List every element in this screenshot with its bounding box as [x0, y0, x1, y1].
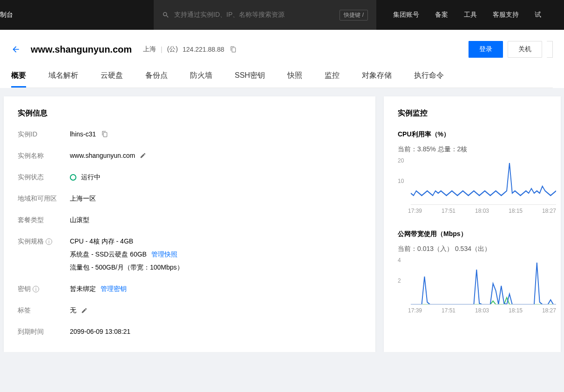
hotkey-badge: 快捷键 / [340, 10, 368, 20]
bw-metric-sub: 当前：0.013（入） 0.534（出） [398, 245, 556, 253]
manage-key-link[interactable]: 管理密钥 [101, 285, 127, 293]
search-placeholder: 支持通过实例ID、IP、名称等搜索资源 [174, 11, 336, 19]
tab-cos[interactable]: 对象存储 [362, 71, 392, 88]
instance-meta: 上海 | (公) 124.221.88.88 [143, 45, 237, 54]
ip-prefix: (公) [167, 45, 178, 54]
header-actions: 登录 关机 [469, 41, 553, 58]
tab-cbs[interactable]: 云硬盘 [101, 71, 123, 88]
ip-value: 124.221.88.88 [183, 46, 224, 53]
page-title: www.shangunyun.com [31, 44, 132, 55]
copy-id-icon[interactable] [102, 131, 108, 137]
row-zone: 地域和可用区 上海一区 [18, 195, 361, 203]
sub-header: www.shangunyun.com 上海 | (公) 124.221.88.8… [0, 30, 564, 88]
tab-sshkey[interactable]: SSH密钥 [235, 71, 265, 88]
main-content: 实例信息 实例ID lhins-c31 实例名称 www.shangunyun.… [0, 88, 564, 352]
label-status: 实例状态 [18, 173, 70, 182]
metric-bandwidth: 公网带宽使用（Mbps） 当前：0.013（入） 0.534（出） 4 2 17… [398, 230, 556, 314]
value-key: 暂未绑定 [70, 285, 96, 293]
label-key: 密钥 i [18, 285, 70, 293]
row-instance-name: 实例名称 www.shangunyun.com [18, 152, 361, 160]
tab-exec[interactable]: 执行命令 [414, 71, 444, 88]
monitor-panel: 实例监控 CPU利用率（%） 当前：3.85% 总量：2核 20 10 17:3… [384, 96, 561, 352]
value-instance-name: www.shangunyun.com [70, 152, 135, 159]
back-arrow-icon[interactable] [11, 45, 20, 54]
bw-metric-title: 公网带宽使用（Mbps） [398, 230, 556, 238]
meta-separator: | [161, 46, 163, 53]
value-spec-bw: 流量包 - 500GB/月（带宽：100Mbps） [70, 264, 183, 272]
label-plan: 套餐类型 [18, 216, 70, 224]
value-status: 运行中 [81, 173, 101, 182]
row-spec: 实例规格 i CPU - 4核 内存 - 4GB 系统盘 - SSD云硬盘 60… [18, 237, 361, 272]
tabs: 概要 域名解析 云硬盘 备份点 防火墙 SSH密钥 快照 监控 对象存储 执行命… [11, 71, 553, 88]
nav-link-support[interactable]: 客服支持 [493, 11, 519, 19]
label-tag: 标签 [18, 306, 70, 315]
row-key: 密钥 i 暂未绑定 管理密钥 [18, 285, 361, 293]
tab-firewall[interactable]: 防火墙 [190, 71, 212, 88]
label-spec: 实例规格 i [18, 237, 70, 246]
tab-snapshot[interactable]: 快照 [287, 71, 302, 88]
nav-link-account[interactable]: 集团账号 [393, 11, 419, 19]
bw-xaxis: 17:39 17:51 18:03 18:15 18:27 [398, 304, 556, 314]
monitor-panel-title: 实例监控 [398, 108, 556, 118]
more-actions-button[interactable] [547, 41, 553, 58]
bw-ytick-2: 2 [398, 277, 401, 284]
cpu-ytick-20: 20 [398, 157, 404, 164]
manage-snapshot-link[interactable]: 管理快照 [151, 250, 177, 259]
row-instance-id: 实例ID lhins-c31 [18, 130, 361, 139]
row-status: 实例状态 运行中 [18, 173, 361, 182]
status-running-icon [70, 174, 76, 181]
label-instance-id: 实例ID [18, 130, 70, 139]
tab-backup[interactable]: 备份点 [145, 71, 168, 88]
cpu-chart: 20 10 [398, 158, 556, 205]
tab-dns[interactable]: 域名解析 [48, 71, 78, 88]
value-spec-disk: 系统盘 - SSD云硬盘 60GB [70, 250, 147, 259]
edit-tag-icon[interactable] [81, 307, 88, 314]
value-zone: 上海一区 [70, 195, 96, 203]
copy-ip-icon[interactable] [230, 46, 237, 53]
search-icon [162, 11, 170, 19]
cpu-ytick-10: 10 [398, 178, 404, 184]
region-label: 上海 [143, 45, 156, 54]
metric-cpu: CPU利用率（%） 当前：3.85% 总量：2核 20 10 17:39 17:… [398, 130, 556, 214]
edit-name-icon[interactable] [140, 152, 146, 159]
instance-info-panel: 实例信息 实例ID lhins-c31 实例名称 www.shangunyun.… [4, 96, 375, 352]
label-expire: 到期时间 [18, 328, 70, 336]
instance-info-title: 实例信息 [18, 108, 361, 118]
row-plan: 套餐类型 山滚型 [18, 216, 361, 224]
top-nav-links: 集团账号 备案 工具 客服支持 试 [393, 11, 541, 19]
shutdown-button[interactable]: 关机 [508, 41, 542, 58]
tab-monitor[interactable]: 监控 [325, 71, 340, 88]
bw-chart: 4 2 [398, 258, 556, 304]
label-instance-name: 实例名称 [18, 152, 70, 160]
value-spec-cpu: CPU - 4核 内存 - 4GB [70, 237, 133, 246]
value-plan: 山滚型 [70, 216, 89, 224]
login-button[interactable]: 登录 [469, 41, 503, 58]
cpu-xaxis: 17:39 17:51 18:03 18:15 18:27 [398, 205, 556, 214]
console-label: 制台 [0, 11, 20, 19]
global-search[interactable]: 支持通过实例ID、IP、名称等搜索资源 快捷键 / [154, 0, 376, 30]
nav-link-icp[interactable]: 备案 [435, 11, 448, 19]
row-expire: 到期时间 2099-06-09 13:08:21 [18, 328, 361, 336]
top-bar: 制台 支持通过实例ID、IP、名称等搜索资源 快捷键 / 集团账号 备案 工具 … [0, 0, 564, 30]
spec-help-icon[interactable]: i [46, 238, 52, 245]
nav-link-try[interactable]: 试 [535, 11, 541, 19]
slash-icon: / [362, 12, 364, 18]
tab-overview[interactable]: 概要 [11, 71, 26, 88]
value-tag: 无 [70, 306, 76, 315]
value-expire: 2099-06-09 13:08:21 [70, 328, 130, 335]
row-tag: 标签 无 [18, 306, 361, 315]
label-zone: 地域和可用区 [18, 195, 70, 203]
key-help-icon[interactable]: i [33, 286, 39, 292]
cpu-metric-title: CPU利用率（%） [398, 130, 556, 139]
bw-ytick-4: 4 [398, 257, 401, 264]
nav-link-tools[interactable]: 工具 [464, 11, 477, 19]
value-instance-id: lhins-c31 [70, 130, 96, 138]
cpu-metric-sub: 当前：3.85% 总量：2核 [398, 145, 556, 154]
